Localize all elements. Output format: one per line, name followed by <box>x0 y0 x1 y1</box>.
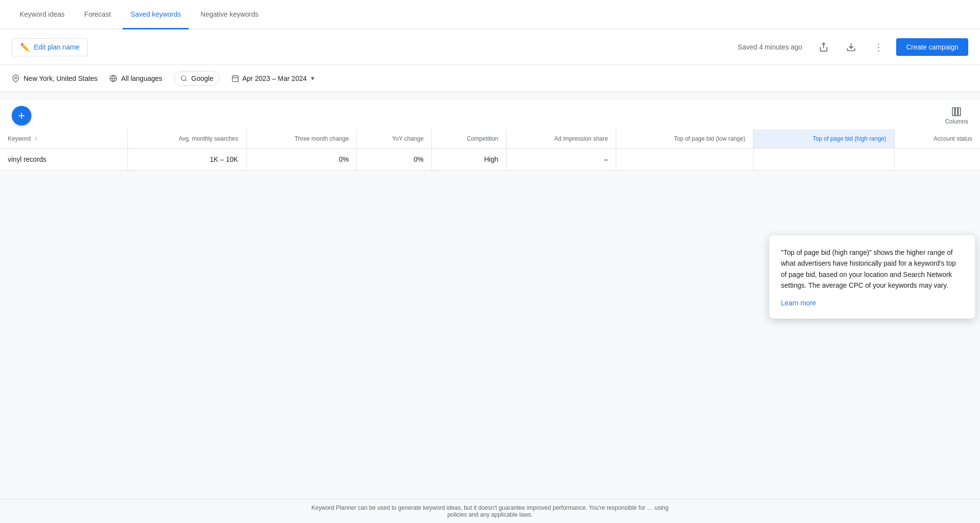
tab-keyword-ideas[interactable]: Keyword ideas <box>12 0 73 29</box>
table-row: vinyl records 1K – 10K 0% 0% High – <box>0 149 980 171</box>
col-top-bid-high[interactable]: Top of page bid (high range) <box>754 129 895 149</box>
tab-bar: Keyword ideas Forecast Saved keywords Ne… <box>0 0 980 29</box>
account-status-cell <box>894 149 980 171</box>
table-header-row: Keyword ↑ Avg. monthly searches Three mo… <box>0 129 980 149</box>
calendar-icon <box>231 75 239 82</box>
svg-point-2 <box>15 77 17 79</box>
plus-icon: + <box>18 109 25 123</box>
keyword-cell: vinyl records <box>0 149 127 171</box>
location-filter[interactable]: New York, United States <box>12 75 98 82</box>
sort-icon: ↑ <box>34 135 37 142</box>
col-ad-impression[interactable]: Ad impression share <box>506 129 616 149</box>
col-competition[interactable]: Competition <box>431 129 506 149</box>
three-month-cell: 0% <box>246 149 357 171</box>
share-button[interactable] <box>814 37 833 57</box>
download-button[interactable] <box>841 37 861 57</box>
tab-saved-keywords[interactable]: Saved keywords <box>123 0 189 29</box>
svg-rect-13 <box>958 108 961 116</box>
location-icon <box>12 75 20 82</box>
create-campaign-button[interactable]: Create campaign <box>896 38 968 56</box>
col-top-bid-low[interactable]: Top of page bid (low range) <box>616 129 753 149</box>
top-bid-high-cell <box>754 149 895 171</box>
competition-cell: High <box>431 149 506 171</box>
saved-status: Saved 4 minutes ago <box>738 43 803 51</box>
add-keyword-button[interactable]: + <box>12 106 31 125</box>
tooltip-text: "Top of page bid (high range)" shows the… <box>781 247 963 291</box>
svg-rect-12 <box>955 108 958 116</box>
top-bid-low-cell <box>616 149 753 171</box>
columns-icon <box>951 106 962 117</box>
network-icon <box>180 75 187 82</box>
language-filter[interactable]: All languages <box>109 75 162 82</box>
keyword-header-label: Keyword <box>8 135 31 142</box>
tab-forecast[interactable]: Forecast <box>76 0 119 29</box>
svg-line-6 <box>185 80 187 81</box>
chevron-down-icon: ▼ <box>310 75 316 82</box>
columns-button[interactable]: Columns <box>945 106 968 125</box>
col-keyword[interactable]: Keyword ↑ <box>0 129 127 149</box>
edit-icon: ✏️ <box>20 43 30 52</box>
svg-rect-7 <box>232 76 238 82</box>
svg-point-5 <box>181 76 186 80</box>
edit-plan-button[interactable]: ✏️ Edit plan name <box>12 38 88 56</box>
filter-bar: New York, United States All languages Go… <box>0 65 980 92</box>
date-range-filter[interactable]: Apr 2023 – Mar 2024 ▼ <box>231 75 315 82</box>
table-section: Keyword ↑ Avg. monthly searches Three mo… <box>0 129 980 171</box>
columns-label: Columns <box>945 118 968 125</box>
learn-more-link[interactable]: Learn more <box>781 299 816 307</box>
language-icon <box>109 75 117 82</box>
svg-rect-11 <box>953 108 955 116</box>
share-icon <box>819 42 829 52</box>
keywords-table: Keyword ↑ Avg. monthly searches Three mo… <box>0 129 980 171</box>
network-filter[interactable]: Google <box>174 71 220 86</box>
yoy-cell: 0% <box>357 149 431 171</box>
table-controls: + Columns <box>0 100 980 129</box>
edit-plan-label: Edit plan name <box>34 43 79 51</box>
date-range-label: Apr 2023 – Mar 2024 <box>242 75 307 82</box>
ad-impression-cell: – <box>506 149 616 171</box>
separator <box>0 92 980 100</box>
col-account-status[interactable]: Account status <box>894 129 980 149</box>
location-label: New York, United States <box>24 75 98 82</box>
footer: Keyword Planner can be used to generate … <box>0 499 980 523</box>
toolbar: ✏️ Edit plan name Saved 4 minutes ago ⋮ … <box>0 29 980 65</box>
col-three-month[interactable]: Three month change <box>246 129 357 149</box>
avg-monthly-cell: 1K – 10K <box>127 149 246 171</box>
tab-negative-keywords[interactable]: Negative keywords <box>193 0 266 29</box>
footer-text: Keyword Planner can be used to generate … <box>12 504 968 511</box>
footer-text2: policies and any applicable laws. <box>12 511 968 518</box>
col-avg-monthly[interactable]: Avg. monthly searches <box>127 129 246 149</box>
more-options-button[interactable]: ⋮ <box>869 37 888 57</box>
network-label: Google <box>191 75 213 82</box>
tooltip-box[interactable]: "Top of page bid (high range)" shows the… <box>769 235 975 319</box>
more-icon: ⋮ <box>874 41 884 53</box>
language-label: All languages <box>121 75 162 82</box>
col-yoy[interactable]: YoY change <box>357 129 431 149</box>
download-icon <box>846 42 856 52</box>
